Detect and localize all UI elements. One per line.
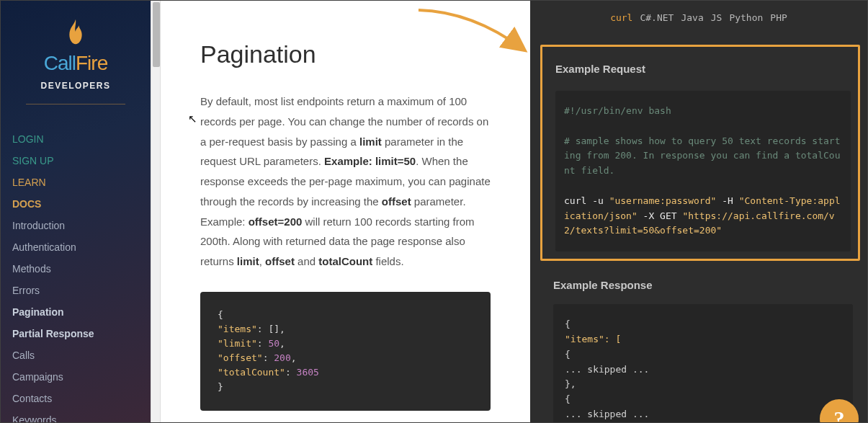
request-code-block: #!/usr/bin/env bash # sample shows how t… [555,91,851,251]
sidebar-item-keywords[interactable]: Keywords [12,409,139,422]
brand-call: Call [44,52,76,74]
lang-tab-cnet[interactable]: C#.NET [640,12,674,23]
sidebar-item-introduction[interactable]: Introduction [12,215,139,236]
sidebar-item-contacts[interactable]: Contacts [12,388,139,409]
lang-tab-php[interactable]: PHP [770,12,787,23]
sidebar-item-sign-up[interactable]: SIGN UP [12,150,139,172]
sidebar-item-errors[interactable]: Errors [12,280,139,301]
sidebar: CallFire DEVELOPERS LOGINSIGN UPLEARNDOC… [1,1,151,422]
code-panel: curlC#.NETJavaJSPythonPHP Example Reques… [530,1,867,422]
sidebar-item-methods[interactable]: Methods [12,258,139,280]
sidebar-item-campaigns[interactable]: Campaigns [12,366,139,388]
sidebar-item-learn[interactable]: LEARN [12,172,139,193]
scrollbar-track[interactable] [151,1,161,422]
logo-divider [26,104,125,104]
example-request-box: Example Request #!/usr/bin/env bash # sa… [540,45,860,261]
brand-fire: Fire [76,52,107,74]
example-request-title: Example Request [555,63,851,75]
example-response-title: Example Response [530,274,867,304]
nav-list: LOGINSIGN UPLEARNDOCSIntroductionAuthent… [1,128,151,422]
page-title: Pagination [200,40,491,68]
lang-tab-js[interactable]: JS [711,12,722,23]
json-example-block: { "items": [], "limit": 50, "offset": 20… [200,292,491,411]
flame-icon [66,19,85,45]
lang-tab-curl[interactable]: curl [610,12,632,23]
sidebar-item-partial-response[interactable]: Partial Response [12,323,139,344]
description-paragraph: By default, most list endpoints return a… [200,92,491,272]
sidebar-item-docs[interactable]: DOCS [12,193,139,215]
lang-tab-java[interactable]: Java [681,12,703,23]
logo-area: CallFire DEVELOPERS [1,1,151,128]
sidebar-item-calls[interactable]: Calls [12,344,139,366]
sidebar-item-pagination[interactable]: Pagination [12,301,139,323]
curl-command: curl -u "username:password" -H "Content-… [564,194,842,239]
language-tabs: curlC#.NETJavaJSPythonPHP [530,1,867,35]
brand-name: CallFire [1,52,151,75]
developers-label: DEVELOPERS [1,81,151,91]
lang-tab-python[interactable]: Python [729,12,763,23]
scrollbar-thumb[interactable] [153,2,160,67]
main-content: Pagination By default, most list endpoin… [161,1,530,422]
sidebar-item-authentication[interactable]: Authentication [12,236,139,258]
sidebar-item-login[interactable]: LOGIN [12,128,139,150]
response-code-block: { "items": [ { ... skipped ... }, { ... … [553,304,853,422]
